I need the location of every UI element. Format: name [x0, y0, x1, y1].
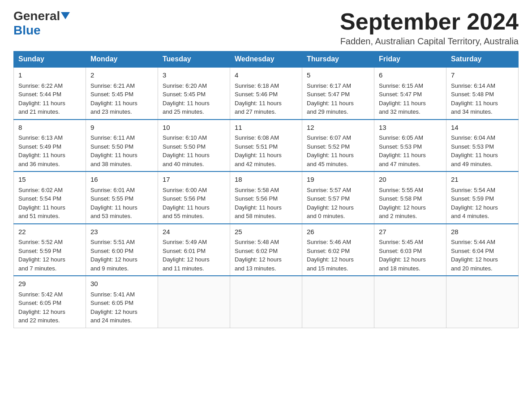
calendar-cell-w4-d3: 24Sunrise: 5:49 AMSunset: 6:01 PMDayligh… [158, 224, 230, 276]
col-header-wednesday: Wednesday [230, 51, 302, 68]
sunrise-text: Sunrise: 6:17 AM [307, 82, 351, 89]
day-number: 11 [235, 123, 297, 133]
calendar-cell-w3-d6: 20Sunrise: 5:55 AMSunset: 5:58 PMDayligh… [374, 171, 446, 224]
daylight-line2: and 15 minutes. [307, 265, 348, 272]
day-info: Sunrise: 6:07 AMSunset: 5:52 PMDaylight:… [307, 133, 369, 168]
sunrise-text: Sunrise: 6:00 AM [163, 187, 207, 193]
calendar-cell-w2-d3: 10Sunrise: 6:10 AMSunset: 5:50 PMDayligh… [158, 120, 230, 172]
daylight-line2: and 45 minutes. [307, 161, 348, 167]
day-info: Sunrise: 6:02 AMSunset: 5:54 PMDaylight:… [18, 186, 81, 221]
daylight-line1: Daylight: 12 hours [90, 256, 137, 263]
calendar-cell-w4-d2: 23Sunrise: 5:51 AMSunset: 6:00 PMDayligh… [86, 224, 158, 276]
daylight-line1: Daylight: 11 hours [90, 100, 137, 107]
sunset-text: Sunset: 5:53 PM [451, 143, 494, 150]
daylight-line2: and 38 minutes. [90, 161, 132, 167]
daylight-line2: and 0 minutes. [307, 213, 345, 219]
sunrise-text: Sunrise: 6:15 AM [379, 82, 423, 89]
col-header-friday: Friday [374, 51, 446, 68]
daylight-line2: and 9 minutes. [90, 265, 129, 272]
daylight-line1: Daylight: 11 hours [90, 204, 137, 211]
sunset-text: Sunset: 5:45 PM [163, 91, 206, 98]
day-info: Sunrise: 5:51 AMSunset: 6:00 PMDaylight:… [90, 238, 153, 273]
day-number: 21 [451, 175, 514, 185]
calendar-cell-w5-d6 [374, 276, 446, 328]
calendar-cell-w2-d5: 12Sunrise: 6:07 AMSunset: 5:52 PMDayligh… [302, 120, 374, 172]
sunset-text: Sunset: 6:05 PM [18, 300, 61, 306]
day-number: 1 [18, 70, 81, 81]
daylight-line1: Daylight: 11 hours [451, 152, 498, 158]
daylight-line1: Daylight: 11 hours [235, 204, 282, 211]
calendar-cell-w1-d6: 6Sunrise: 6:15 AMSunset: 5:47 PMDaylight… [374, 67, 446, 120]
sunrise-text: Sunrise: 5:57 AM [307, 187, 351, 193]
daylight-line1: Daylight: 12 hours [307, 204, 354, 211]
day-number: 5 [307, 70, 369, 81]
calendar-table: Sunday Monday Tuesday Wednesday Thursday… [13, 51, 519, 328]
sunrise-text: Sunrise: 5:42 AM [18, 291, 63, 298]
day-info: Sunrise: 5:55 AMSunset: 5:58 PMDaylight:… [379, 186, 442, 221]
day-info: Sunrise: 5:46 AMSunset: 6:02 PMDaylight:… [307, 238, 369, 273]
sunrise-text: Sunrise: 6:05 AM [379, 134, 423, 141]
daylight-line2: and 22 minutes. [18, 317, 60, 324]
daylight-line1: Daylight: 11 hours [163, 152, 210, 158]
day-info: Sunrise: 5:44 AMSunset: 6:04 PMDaylight:… [451, 238, 514, 273]
daylight-line2: and 49 minutes. [451, 161, 493, 167]
sunrise-text: Sunrise: 6:04 AM [451, 134, 495, 141]
day-info: Sunrise: 6:14 AMSunset: 5:48 PMDaylight:… [451, 81, 514, 116]
daylight-line2: and 7 minutes. [18, 265, 56, 272]
sunset-text: Sunset: 5:47 PM [307, 91, 350, 98]
day-info: Sunrise: 5:54 AMSunset: 5:59 PMDaylight:… [451, 186, 514, 221]
sunrise-text: Sunrise: 6:22 AM [18, 82, 63, 89]
day-number: 25 [235, 227, 297, 237]
sunrise-text: Sunrise: 5:49 AM [163, 239, 207, 245]
col-header-sunday: Sunday [14, 51, 86, 68]
day-number: 23 [90, 227, 153, 237]
calendar-cell-w2-d4: 11Sunrise: 6:08 AMSunset: 5:51 PMDayligh… [230, 120, 302, 172]
sunset-text: Sunset: 5:53 PM [379, 143, 422, 150]
daylight-line1: Daylight: 12 hours [235, 256, 282, 263]
day-info: Sunrise: 6:15 AMSunset: 5:47 PMDaylight:… [379, 81, 442, 116]
calendar-cell-w2-d7: 14Sunrise: 6:04 AMSunset: 5:53 PMDayligh… [446, 120, 519, 172]
sunset-text: Sunset: 5:47 PM [379, 91, 422, 98]
sunset-text: Sunset: 6:02 PM [307, 248, 350, 254]
day-number: 18 [235, 175, 297, 185]
calendar-week-2: 8Sunrise: 6:13 AMSunset: 5:49 PMDaylight… [14, 120, 519, 172]
calendar-cell-w3-d5: 19Sunrise: 5:57 AMSunset: 5:57 PMDayligh… [302, 171, 374, 224]
day-number: 2 [90, 70, 153, 81]
sunset-text: Sunset: 5:50 PM [163, 143, 206, 150]
col-header-monday: Monday [86, 51, 158, 68]
day-info: Sunrise: 6:10 AMSunset: 5:50 PMDaylight:… [163, 133, 225, 168]
sunrise-text: Sunrise: 6:07 AM [307, 134, 351, 141]
calendar-cell-w5-d2: 30Sunrise: 5:41 AMSunset: 6:05 PMDayligh… [86, 276, 158, 328]
calendar-week-5: 29Sunrise: 5:42 AMSunset: 6:05 PMDayligh… [14, 276, 519, 328]
daylight-line1: Daylight: 11 hours [307, 100, 354, 107]
day-info: Sunrise: 6:17 AMSunset: 5:47 PMDaylight:… [307, 81, 369, 116]
calendar-cell-w1-d4: 4Sunrise: 6:18 AMSunset: 5:46 PMDaylight… [230, 67, 302, 120]
daylight-line2: and 21 minutes. [18, 108, 60, 115]
sunset-text: Sunset: 5:48 PM [451, 91, 494, 98]
calendar-cell-w2-d1: 8Sunrise: 6:13 AMSunset: 5:49 PMDaylight… [14, 120, 86, 172]
logo-general: General [13, 9, 60, 23]
sunset-text: Sunset: 6:03 PM [379, 248, 422, 254]
calendar-cell-w4-d4: 25Sunrise: 5:48 AMSunset: 6:02 PMDayligh… [230, 224, 302, 276]
daylight-line1: Daylight: 12 hours [379, 256, 426, 263]
day-number: 19 [307, 175, 369, 185]
sunrise-text: Sunrise: 5:52 AM [18, 239, 63, 245]
sunrise-text: Sunrise: 6:08 AM [235, 134, 279, 141]
calendar-cell-w4-d5: 26Sunrise: 5:46 AMSunset: 6:02 PMDayligh… [302, 224, 374, 276]
sunrise-text: Sunrise: 6:14 AM [451, 82, 495, 89]
daylight-line1: Daylight: 12 hours [18, 256, 65, 263]
day-info: Sunrise: 6:08 AMSunset: 5:51 PMDaylight:… [235, 133, 297, 168]
sunset-text: Sunset: 5:54 PM [18, 195, 61, 202]
sunset-text: Sunset: 6:05 PM [90, 300, 133, 306]
daylight-line2: and 32 minutes. [379, 108, 420, 115]
calendar-cell-w4-d1: 22Sunrise: 5:52 AMSunset: 5:59 PMDayligh… [14, 224, 86, 276]
daylight-line2: and 40 minutes. [163, 161, 204, 167]
daylight-line1: Daylight: 11 hours [379, 100, 426, 107]
daylight-line2: and 24 minutes. [90, 317, 132, 324]
day-number: 27 [379, 227, 442, 237]
title-area: September 2024 Fadden, Australian Capita… [340, 9, 519, 47]
daylight-line1: Daylight: 11 hours [235, 100, 282, 107]
calendar-week-3: 15Sunrise: 6:02 AMSunset: 5:54 PMDayligh… [14, 171, 519, 224]
daylight-line1: Daylight: 11 hours [451, 100, 498, 107]
day-info: Sunrise: 6:11 AMSunset: 5:50 PMDaylight:… [90, 133, 153, 168]
